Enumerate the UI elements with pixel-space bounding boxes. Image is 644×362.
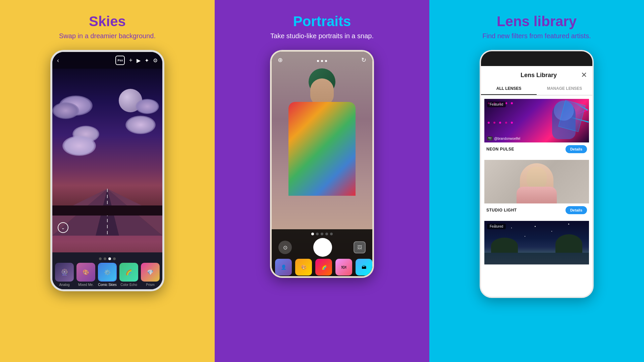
neon-card-info: NEON PULSE Details [484, 142, 589, 156]
island-left [491, 238, 518, 254]
pdot-3 [321, 233, 323, 235]
pfilter-spectrum[interactable]: 🌈 Spectrum [315, 259, 333, 278]
lens-title: Lens library [497, 13, 577, 29]
food-thumb: 🍽 [335, 259, 352, 276]
artist-credit-neon: 📷 @brandonwoelfel [487, 136, 520, 140]
pdot-5 [330, 233, 333, 235]
chevron-down-btn[interactable]: ⌄ [58, 222, 68, 233]
water [484, 253, 589, 264]
portraits-subtitle: Take studio-like portraits in a snap. [270, 32, 374, 40]
studio-card-name: STUDIO LIGHT [486, 208, 517, 213]
add-icon[interactable]: + [129, 57, 132, 64]
portraits-panel: Portraits Take studio-like portraits in … [215, 0, 429, 362]
featured-badge-stars: Featured [487, 224, 506, 229]
active-indicator [115, 263, 117, 265]
face [310, 78, 334, 105]
skies-subtitle: Swap in a dreamier background. [59, 32, 156, 40]
skies-panel: Skies Swap in a dreamier background. ‹ P… [0, 0, 215, 362]
gallery-button[interactable]: 🖼 [354, 241, 366, 253]
dot-grid [488, 102, 515, 139]
studio-card-info: STUDIO LIGHT Details [484, 203, 589, 217]
menu-dot3 [325, 60, 327, 62]
studio-details-btn[interactable]: Details [566, 206, 587, 214]
filter-strip: 🎡 Analog 🎨 Mixed Me. [52, 252, 162, 289]
neon-head [554, 101, 574, 121]
instagram-icon: 📷 [487, 136, 493, 140]
neon-card-name: NEON PULSE [486, 147, 514, 152]
lens-subtitle: Find new filters from featured artists. [482, 32, 591, 40]
skies-phone: ‹ Psx + ▶ ✦ ⚙ [50, 50, 164, 291]
filter-prism[interactable]: 💎 Prism [140, 263, 160, 287]
scenery-filter-label: Scenery [358, 277, 370, 278]
analog-thumb: 🎡 [55, 263, 74, 282]
dot-3 [108, 257, 111, 260]
pfilter-portrait[interactable]: 👤 Portrait [274, 259, 292, 278]
star-4 [551, 231, 552, 232]
lens-dialog-header: Lens Library ✕ [481, 66, 592, 79]
tab-manage-lenses[interactable]: MANAGE LENSES [537, 83, 592, 95]
echo-label: Color Echo [120, 283, 137, 287]
jacket [517, 187, 557, 203]
portraits-phone: ⊕ ↻ ⊙ [270, 50, 374, 278]
timer-icon[interactable]: ⊙ [278, 241, 292, 254]
photoshop-icon[interactable]: Psx [115, 56, 125, 65]
portrait-controls: ⊙ 🖼 [272, 235, 372, 257]
pdot-2 [316, 233, 319, 235]
pdot-1 [311, 233, 314, 235]
featured-badge-neon: Featured [487, 102, 506, 107]
neon-line-3 [569, 116, 589, 122]
artist-name-neon: @brandonwoelfel [494, 137, 520, 140]
portrait-page-dots [272, 229, 372, 235]
portrait-bottombar: ⊙ 🖼 👤 Portrait [272, 229, 372, 276]
tab-all-lenses[interactable]: ALL LENSES [481, 83, 537, 95]
dot-2 [104, 257, 106, 260]
filter-analog[interactable]: 🎡 Analog [54, 263, 74, 287]
back-icon[interactable]: ‹ [57, 57, 59, 64]
prism-thumb: 💎 [141, 263, 160, 282]
dot-1 [99, 257, 102, 260]
location-icon[interactable]: ⊕ [278, 56, 283, 64]
analog-label: Analog [59, 283, 69, 287]
comic-label: Comic Skies [98, 283, 117, 287]
sliders-icon[interactable]: ⚙ [153, 57, 158, 64]
pfilter-scenery[interactable]: 🏔 Scenery [355, 259, 372, 278]
lens-card-stars: Featured [484, 221, 589, 264]
menu-dot2 [321, 60, 323, 62]
neon-line-2 [574, 110, 587, 115]
pfilter-popart[interactable]: 🎨 Pop Art [294, 259, 313, 278]
filter-echo[interactable]: 🌈 Color Echo [119, 263, 139, 287]
studio-bg [484, 160, 589, 203]
refresh-icon[interactable]: ↻ [361, 56, 366, 64]
dot-4 [113, 257, 116, 260]
sparkle-icon[interactable]: ✦ [145, 57, 149, 64]
neon-line-1 [573, 102, 588, 111]
popart-thumb: 🎨 [295, 259, 312, 276]
prism-label: Prism [146, 283, 155, 287]
video-icon[interactable]: ▶ [137, 57, 141, 64]
pfilter-food[interactable]: 🍽 Food [335, 259, 353, 278]
popart-filter-label: Pop Art [298, 277, 309, 278]
portrait-filter-strip: 👤 Portrait 🎨 Pop Art 🌈 S [272, 257, 372, 278]
echo-thumb: 🌈 [119, 263, 138, 282]
portraits-title: Portraits [293, 13, 351, 29]
neon-details-btn[interactable]: Details [566, 145, 587, 153]
lens-card-studio: STUDIO LIGHT Details [484, 160, 589, 217]
sky-scene [52, 69, 162, 236]
filter-comic[interactable]: ⚙️ Comic Skies [97, 263, 117, 287]
shutter-button[interactable] [313, 238, 332, 257]
star-6 [525, 236, 525, 237]
star-3 [535, 226, 536, 227]
portrait-topbar: ⊕ ↻ [272, 52, 372, 68]
lens-card-neon: Featured 📷 @brandonwoelfel NEON PULSE De… [484, 99, 589, 156]
lens-close-btn[interactable]: ✕ [581, 71, 587, 79]
mixed-thumb: 🎨 [76, 263, 95, 282]
filter-mixed[interactable]: 🎨 Mixed Me. [76, 263, 96, 287]
food-filter-label: Food [340, 277, 348, 278]
person-area [285, 68, 359, 229]
stars-card-image: Featured [484, 221, 589, 264]
lens-cards-list: Featured 📷 @brandonwoelfel NEON PULSE De… [481, 96, 592, 297]
lens-screen: Lens Library ✕ ALL LENSES MANAGE LENSES [481, 51, 592, 297]
hoodie [288, 102, 356, 196]
horizon-silhouette [52, 205, 162, 216]
pdot-4 [325, 233, 328, 235]
